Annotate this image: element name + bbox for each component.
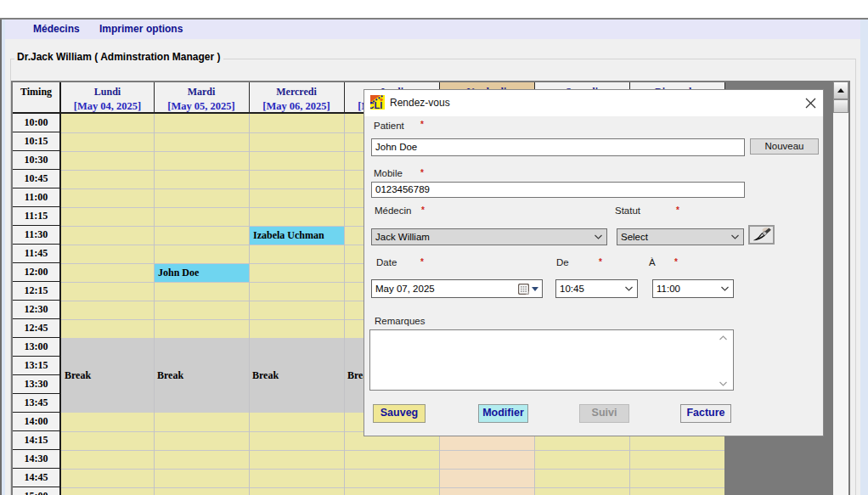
svg-text:CLI: CLI [370,100,382,110]
